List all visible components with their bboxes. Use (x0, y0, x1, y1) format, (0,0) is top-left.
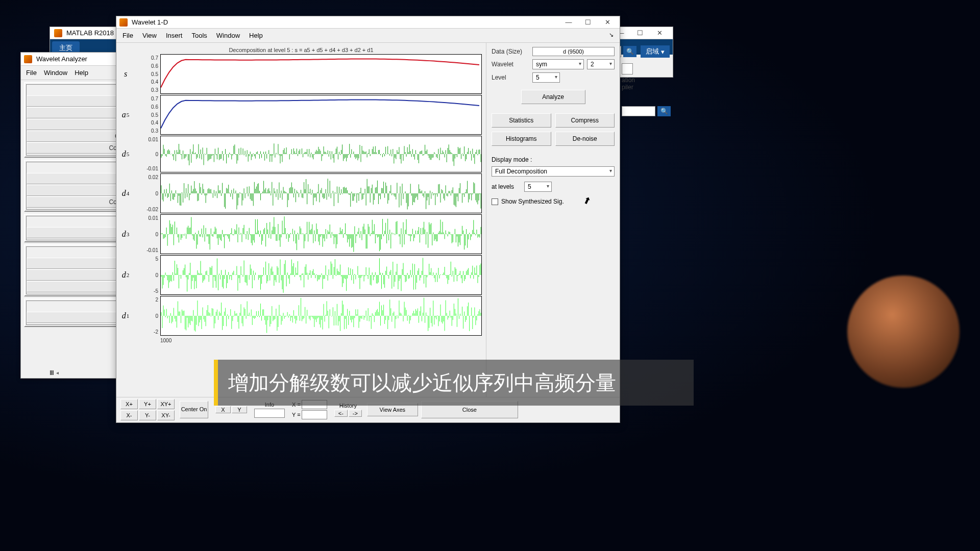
x-ticks: 1000 (120, 337, 482, 343)
matlab-title: MATLAB R2018 (66, 29, 114, 37)
plot-label-d3: d3 (120, 214, 131, 254)
plot-label-a5: a5 (120, 95, 131, 135)
at-levels-label: at levels (492, 183, 514, 190)
center-on-button[interactable]: Center On (180, 401, 208, 418)
yticks-d5: 0.010-0.01 (131, 136, 160, 172)
decomposition-title: Decomposition at level 5 : s = a5 + d5 +… (120, 46, 482, 54)
menu-tools[interactable]: Tools (191, 32, 207, 39)
axes-d5[interactable] (160, 136, 482, 172)
addon-icon[interactable] (622, 63, 633, 74)
yticks-d3: 0.010-0.01 (131, 214, 160, 254)
zoom-y-minus[interactable]: Y- (139, 410, 156, 420)
minimize-button[interactable]: — (559, 17, 578, 28)
axes-d1[interactable]: ×10⁻³ (160, 296, 482, 336)
compress-button[interactable]: Compress (555, 113, 615, 128)
at-levels-dropdown[interactable]: 5 (524, 182, 552, 192)
menu-view[interactable]: View (142, 32, 157, 39)
zoom-x-minus[interactable]: X- (120, 410, 138, 420)
data-size-value: d (9500) (532, 47, 615, 56)
video-subtitle: 增加分解级数可以减少近似序列中高频分量 (214, 360, 694, 406)
maximize-button[interactable]: ☐ (631, 28, 649, 38)
w1d-title: Wavelet 1-D (132, 18, 168, 26)
path-dropdown[interactable] (622, 106, 655, 116)
show-synth-label: Show Synthesized Sig. (501, 198, 564, 205)
subtitle-accent (214, 360, 218, 406)
matlab-logo-icon (24, 55, 32, 63)
display-mode-dropdown[interactable]: Full Decomposition (492, 166, 615, 177)
yticks-s: 0.70.60.50.40.3 (131, 54, 160, 94)
yticks-d4: 0.020-0.02 (131, 173, 160, 213)
ribbon-fragment: ation piler 🔍 (622, 61, 671, 116)
subtitle-text: 增加分解级数可以减少近似序列中高频分量 (218, 369, 694, 397)
level-dropdown[interactable]: 5 (532, 72, 560, 83)
background-planet (847, 276, 960, 388)
menu-window[interactable]: Window (216, 32, 240, 39)
plot-label-d2: d2 (120, 255, 131, 295)
plots-panel: Decomposition at level 5 : s = a5 + d5 +… (116, 43, 486, 397)
yticks-d1: 20-2 (131, 296, 160, 336)
analyze-button[interactable]: Analyze (521, 90, 585, 104)
scroll-indicator-icon: ◂ (56, 370, 59, 375)
axes-d2[interactable]: ×10⁻³ (160, 255, 482, 295)
wavelet-family-dropdown[interactable]: sym (532, 59, 584, 69)
zoom-xy-minus[interactable]: XY- (157, 410, 175, 420)
menu-help[interactable]: Help (249, 32, 263, 39)
analyzer-title: Wavelet Analyzer (36, 55, 87, 63)
axes-d3[interactable] (160, 214, 482, 254)
zoom-y-plus[interactable]: Y+ (139, 399, 156, 409)
plot-label-d5: d5 (120, 136, 131, 172)
info-box (254, 409, 285, 418)
wavelet-label: Wavelet (492, 61, 529, 68)
plot-label-d1: d1 (120, 296, 131, 336)
yticks-a5: 0.70.60.50.40.3 (131, 95, 160, 135)
level-label: Level (492, 74, 529, 81)
dock-icon[interactable]: ↘ (609, 32, 614, 39)
close-button[interactable]: ✕ (650, 28, 669, 38)
menu-file[interactable]: File (26, 69, 37, 77)
statistics-button[interactable]: Statistics (492, 113, 551, 128)
history-fwd-button[interactable]: -> (349, 410, 362, 417)
plot-label-d4: d4 (120, 173, 131, 213)
show-synth-checkbox[interactable] (492, 198, 498, 205)
yticks-d2: 50-5 (131, 255, 160, 295)
axes-a5[interactable] (160, 95, 482, 135)
wavelet-order-dropdown[interactable]: 2 (587, 59, 615, 69)
pick-x-button[interactable]: X (215, 406, 231, 413)
histograms-button[interactable]: Histograms (492, 132, 551, 146)
zoom-x-plus[interactable]: X+ (120, 399, 138, 409)
close-button[interactable]: ✕ (598, 17, 617, 28)
path-search-icon[interactable]: 🔍 (657, 106, 671, 116)
login-button[interactable]: 启域 ▾ (641, 45, 670, 58)
scroll-left-icon[interactable]: Ⅲ (50, 369, 54, 377)
display-mode-label: Display mode : (492, 156, 615, 163)
matlab-logo-icon (54, 29, 62, 37)
maximize-button[interactable]: ☐ (579, 17, 597, 28)
menu-insert[interactable]: Insert (166, 32, 183, 39)
menu-window[interactable]: Window (44, 69, 67, 77)
matlab-logo-icon (119, 18, 128, 27)
y-eq-label: Y = (292, 412, 301, 418)
axes-s[interactable] (160, 54, 482, 94)
data-size-label: Data (Size) (492, 48, 529, 55)
menu-file[interactable]: File (122, 32, 133, 39)
history-back-button[interactable]: <- (334, 410, 348, 417)
side-panel: Data (Size) d (9500) Wavelet sym 2 Level… (486, 43, 620, 397)
denoise-button[interactable]: De-noise (555, 132, 615, 146)
zoom-xy-plus[interactable]: XY+ (157, 399, 175, 409)
search-icon[interactable]: 🔍 (623, 46, 636, 57)
y-value-box (302, 410, 327, 419)
plot-label-s: s (120, 54, 131, 94)
pick-y-button[interactable]: Y (232, 406, 247, 413)
axes-d4[interactable] (160, 173, 482, 213)
menu-help[interactable]: Help (75, 69, 88, 77)
